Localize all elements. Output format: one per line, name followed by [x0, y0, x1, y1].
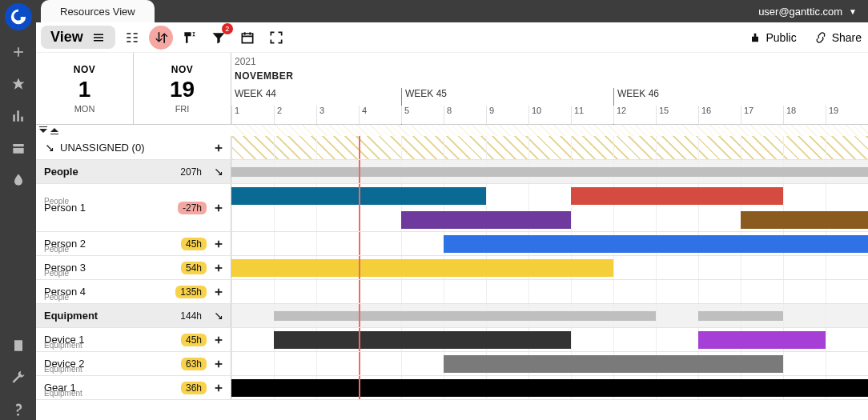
drop-icon[interactable] [8, 170, 29, 190]
share-button[interactable]: Share [808, 31, 868, 44]
group-label: People [44, 166, 78, 177]
add-task-button[interactable] [211, 141, 226, 155]
range-start-dow: MON [74, 104, 95, 114]
view-tab[interactable]: Resources View [41, 0, 155, 22]
resource-row: Person 3People54h [36, 256, 868, 280]
share-label: Share [832, 31, 862, 44]
resource-hours: 45h [181, 238, 207, 250]
resource-group: Equipment [44, 389, 82, 398]
public-icon [749, 31, 762, 44]
collapse-all-strip [36, 125, 868, 136]
range-end[interactable]: NOV 19 FRI [134, 53, 231, 124]
task-bar[interactable] [698, 331, 826, 349]
collapse-group-icon[interactable] [44, 142, 55, 154]
resource-row: Person 4People135h [36, 280, 868, 304]
today-marker [359, 136, 360, 159]
main-area: Resources View user@ganttic.com ▼ View 2 [36, 0, 868, 420]
task-bar[interactable] [231, 259, 613, 277]
add-task-button[interactable] [211, 381, 226, 395]
resource-hours: 45h [181, 334, 207, 346]
resource-group: People [44, 269, 69, 278]
archive-icon[interactable] [8, 138, 29, 158]
public-button[interactable]: Public [742, 31, 803, 44]
collapse-group-icon[interactable] [211, 165, 226, 179]
range-start-day: 1 [78, 77, 91, 102]
collapse-group-icon[interactable] [211, 309, 226, 323]
add-task-button[interactable] [211, 333, 226, 347]
filter-badge: 2 [222, 23, 233, 34]
resource-group: People [44, 245, 69, 254]
collapse-all-icon[interactable] [39, 126, 47, 134]
task-bar[interactable] [444, 355, 783, 373]
app-logo [5, 3, 32, 30]
user-menu[interactable]: user@ganttic.com ▼ [747, 6, 868, 18]
star-icon[interactable] [8, 74, 29, 94]
task-bar[interactable] [231, 187, 486, 205]
expand-all-icon[interactable] [50, 126, 58, 134]
resource-row: Person 2People45h [36, 232, 868, 256]
add-icon[interactable] [8, 42, 29, 62]
timeline-day: 4 [359, 106, 401, 124]
timeline-header: 2021 NOVEMBER WEEK 44WEEK 45WEEK 46 1234… [231, 53, 868, 124]
timeline-day: 2 [274, 106, 316, 124]
chart-icon[interactable] [8, 106, 29, 126]
fullscreen-tool-icon[interactable] [264, 26, 288, 50]
task-bar[interactable] [274, 331, 571, 349]
timeline-month: NOVEMBER [235, 70, 293, 82]
timeline-day: 19 [826, 106, 868, 124]
group-row: People207h [36, 160, 868, 184]
task-bar[interactable] [401, 211, 571, 229]
public-label: Public [766, 31, 797, 44]
view-button[interactable]: View [41, 26, 115, 49]
resource-row: Device 1Equipment45h [36, 328, 868, 352]
range-start[interactable]: NOV 1 MON [36, 53, 134, 124]
timeline-day: 18 [783, 106, 826, 124]
group-tool-icon[interactable] [120, 26, 144, 50]
summary-bar [231, 167, 444, 177]
sort-tool-icon[interactable] [149, 26, 173, 50]
calendar-tool-icon[interactable] [235, 26, 259, 50]
resource-row: Device 2Equipment63h [36, 352, 868, 376]
resource-group: People [44, 197, 69, 206]
group-row: Equipment144h [36, 304, 868, 328]
today-marker [359, 232, 360, 255]
range-end-day: 19 [170, 77, 195, 102]
resource-hours: 135h [175, 286, 207, 298]
timeline-week: WEEK 44 [231, 88, 276, 106]
add-task-button[interactable] [211, 237, 226, 251]
today-marker [359, 352, 360, 375]
timeline-day: 11 [571, 106, 613, 124]
task-bar[interactable] [741, 211, 868, 229]
today-marker [359, 280, 360, 303]
add-task-button[interactable] [211, 357, 226, 371]
add-task-button[interactable] [211, 201, 226, 215]
add-task-button[interactable] [211, 285, 226, 299]
range-end-month: NOV [171, 64, 194, 75]
building-icon[interactable] [8, 335, 29, 356]
resource-hours: 63h [181, 358, 207, 370]
timeline-day: 10 [528, 106, 571, 124]
wrench-icon[interactable] [8, 367, 29, 388]
summary-bar [613, 167, 741, 177]
help-icon[interactable] [8, 399, 29, 420]
add-task-button[interactable] [211, 261, 226, 275]
format-tool-icon[interactable] [178, 26, 202, 50]
resource-hours: -27h [178, 202, 207, 214]
timeline-day: 12 [613, 106, 656, 124]
toolbar: View 2 Public Share [36, 22, 868, 53]
view-tab-label: Resources View [60, 6, 135, 18]
task-bar[interactable] [571, 187, 783, 205]
task-bar[interactable] [231, 379, 868, 397]
unassigned-label: UNASSIGNED (0) [60, 142, 144, 153]
share-icon [814, 31, 827, 44]
timeline-day: 16 [698, 106, 741, 124]
timeline-day: 9 [486, 106, 528, 124]
group-hours: 144h [175, 310, 207, 322]
summary-bar [444, 311, 571, 321]
chevron-down-icon: ▼ [849, 7, 857, 16]
timeline-day: 15 [656, 106, 698, 124]
timeline-day: 5 [401, 106, 444, 124]
task-bar[interactable] [444, 235, 868, 253]
timeline-day: 1 [231, 106, 274, 124]
filter-tool-icon[interactable]: 2 [207, 26, 231, 50]
